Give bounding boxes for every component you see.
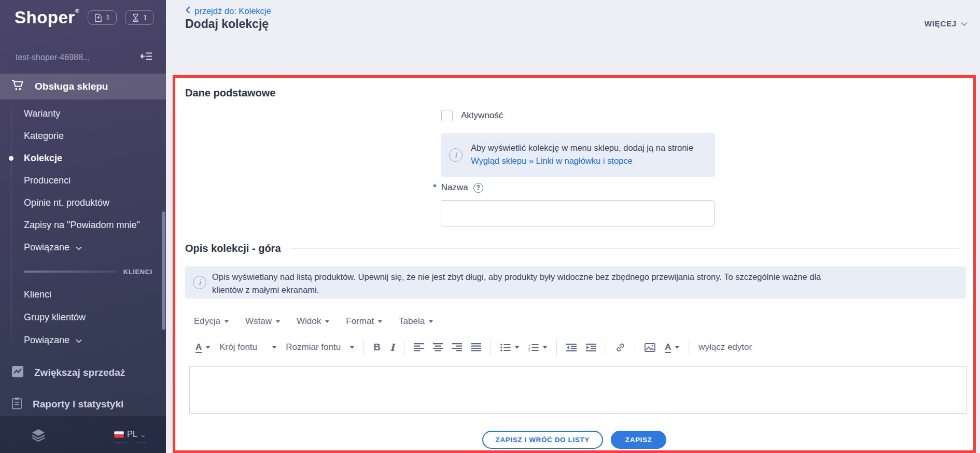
outdent-icon [566,344,577,351]
name-field-label: * Nazwa ? [433,182,483,193]
appearance-links-link[interactable]: Wygląd sklepu » Linki w nagłówku i stopc… [471,154,706,167]
section-dane-podstawowe: Dane podstawowe [185,87,960,99]
document-plus-icon [94,13,102,22]
chart-icon [11,365,24,380]
chevron-left-icon [186,6,190,16]
toolbar-divider [606,339,606,355]
font-color-button[interactable]: A [660,337,684,357]
new-item-badge[interactable]: 1 [88,10,117,25]
sidebar-item-obsluga-sklepu[interactable]: Obsługa sklepu [0,74,166,100]
chevron-down-icon [961,19,968,28]
sidebar-item-producenci[interactable]: Producenci [0,169,166,192]
clipboard-icon [11,397,22,412]
registered-mark: ® [75,8,80,14]
main-content: przejdź do: Kolekcje Dodaj kolekcję WIĘC… [166,0,980,453]
description-editor-area[interactable] [189,366,967,414]
align-center-button[interactable] [428,337,447,357]
chevron-down-icon [76,335,82,346]
insert-image-button[interactable] [640,337,660,357]
menu-widok[interactable]: Widok [297,316,329,327]
italic-button[interactable]: I [385,337,399,357]
section-rule [285,93,960,93]
align-center-icon [433,343,443,351]
clients-section-label: KLIENCI [123,268,152,276]
sidebar-section-label: Raporty i statystyki [33,399,123,410]
caret-down-icon [272,346,276,349]
italic-icon: I [390,342,395,353]
toolbar-divider [404,339,404,355]
menu-tabela[interactable]: Tabela [399,316,433,327]
caret-down-icon [206,346,210,349]
pending-tasks-badge[interactable]: 1 [125,10,154,25]
sidebar-item-kolekcje[interactable]: Kolekcje [0,147,166,169]
font-size-select[interactable]: Rozmiar fontu [281,337,359,357]
shoper-logo[interactable]: Shoper® [15,8,79,27]
editor-menubar: Edycja Wstaw Widok Format Tabela [194,316,433,327]
help-icon[interactable]: ? [473,183,483,193]
align-right-button[interactable] [447,337,467,357]
more-button[interactable]: WIĘCEJ [925,19,968,28]
link-icon [615,343,625,352]
caret-down-icon [429,320,433,323]
sidebar-item-raporty-statystyki[interactable]: Raporty i statystyki [0,393,166,416]
page-title: Dodaj kolekcję [185,17,269,31]
sidebar-item-warianty[interactable]: Warianty [0,103,166,125]
sidebar-bottombar: PL ⌄ [0,416,166,453]
shop-name: test-shoper-46988... [16,53,90,62]
menu-format[interactable]: Format [346,316,382,327]
sidebar-section-label: Zwiększaj sprzedaż [34,367,125,378]
numbered-list-button[interactable]: 123 [524,337,552,357]
text-color-button[interactable]: A [191,337,215,357]
activity-checkbox-row[interactable]: Aktywność [441,110,503,121]
activity-checkbox[interactable] [441,110,453,121]
breadcrumb-back-link[interactable]: przejdź do: Kolekcje [186,6,271,16]
justify-button[interactable] [467,337,486,357]
cart-icon [11,79,24,94]
save-and-back-button[interactable]: ZAPISZ I WRÓĆ DO LISTY [482,431,603,449]
info-icon: i [193,276,206,289]
outdent-button[interactable] [562,337,581,357]
indent-button[interactable] [581,337,601,357]
new-item-count: 1 [106,13,110,22]
poland-flag-icon [114,431,124,438]
infobox-text: Opis wyświetlany nad listą produktów. Up… [212,271,839,296]
save-button[interactable]: ZAPISZ [611,431,667,449]
indent-icon [586,344,596,351]
sidebar-scrollbar-thumb[interactable] [162,211,165,330]
sidebar-item-kategorie[interactable]: Kategorie [0,125,166,147]
bullet-list-icon [500,344,511,351]
sidebar-item-zapisy[interactable]: Zapisy na "Powiadom mnie" [0,214,166,236]
bold-button[interactable]: B [369,337,385,357]
clients-subnav: Klienci Grupy klientów Powiązane [0,283,166,351]
caret-down-icon [378,320,382,323]
menu-wstaw[interactable]: Wstaw [245,316,280,327]
caret-down-icon [325,320,329,323]
sidebar-item-opinie[interactable]: Opinie nt. produktów [0,192,166,214]
bullet-list-button[interactable] [496,337,524,357]
insert-link-button[interactable] [611,337,630,357]
section-opis-kolekcji: Opis kolekcji - góra [185,243,960,254]
toolbar-divider [556,339,557,355]
sidebar-item-powiazane-klienci[interactable]: Powiązane [0,329,166,351]
font-family-select[interactable]: Krój fontu [215,337,281,357]
numbered-list-icon: 123 [528,344,539,351]
shop-selector: test-shoper-46988... [16,52,152,63]
disable-editor-button[interactable]: wyłącz edytor [694,337,757,357]
sidebar-item-klienci[interactable]: Klienci [0,283,166,306]
activity-label: Aktywność [461,110,503,121]
language-selector[interactable]: PL ⌄ [114,430,146,443]
caret-down-icon [543,346,547,349]
name-input[interactable] [441,200,715,227]
sidebar-header: Shoper® 1 1 [15,4,158,31]
layers-icon[interactable] [31,428,46,444]
store-subnav: Warianty Kategorie Kolekcje Producenci O… [0,103,166,259]
align-left-button[interactable] [409,337,428,357]
sidebar-item-powiazane-sklep[interactable]: Powiązane [0,236,166,259]
menu-edycja[interactable]: Edycja [194,316,229,327]
sidebar-item-grupy-klientow[interactable]: Grupy klientów [0,306,166,329]
section-rule [290,248,960,249]
clients-section-divider: KLIENCI [24,267,152,276]
sidebar-item-zwiekszaj-sprzedaz[interactable]: Zwiększaj sprzedaż [0,361,166,385]
collapse-sidebar-icon[interactable] [141,52,152,63]
pending-tasks-count: 1 [143,13,147,22]
